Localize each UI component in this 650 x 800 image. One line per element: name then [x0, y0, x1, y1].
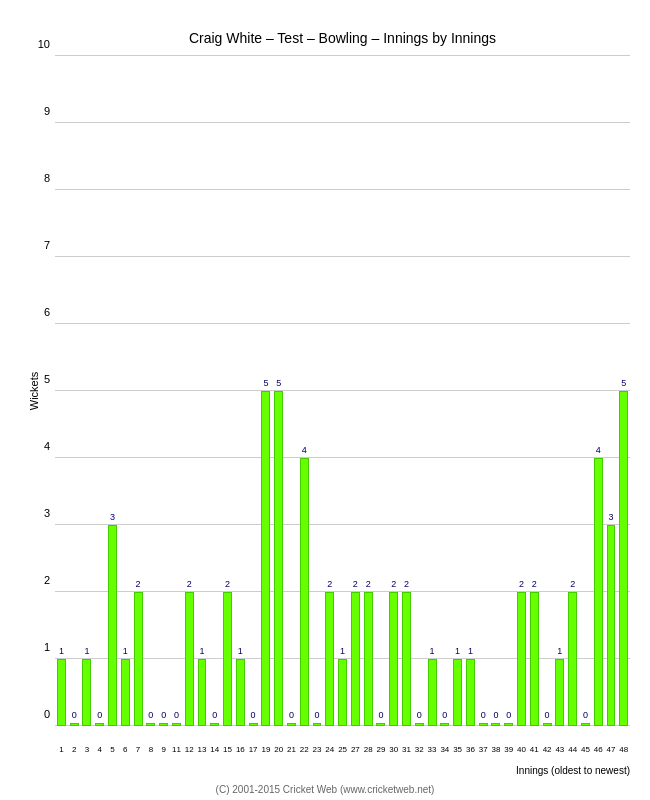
bar-value-label: 1: [430, 646, 435, 656]
bar: 1: [466, 659, 475, 726]
x-tick-label: 15: [223, 745, 232, 754]
bar: 0: [543, 723, 552, 726]
bar-value-label: 2: [136, 579, 141, 589]
x-tick-label: 13: [198, 745, 207, 754]
bars-wrapper: 1102130435162708090112121130142151160175…: [55, 56, 630, 726]
bar-group: 27: [132, 56, 145, 726]
bar: 2: [517, 592, 526, 726]
bar-value-label: 2: [532, 579, 537, 589]
bar-group: 347: [605, 56, 618, 726]
bar-value-label: 1: [557, 646, 562, 656]
x-tick-label: 14: [210, 745, 219, 754]
bar: 2: [530, 592, 539, 726]
bar: 2: [185, 592, 194, 726]
bar-group: 125: [336, 56, 349, 726]
bar: 0: [479, 723, 488, 726]
bar: 1: [428, 659, 437, 726]
bar: 0: [440, 723, 449, 726]
bar: 2: [351, 592, 360, 726]
bar: 0: [70, 723, 79, 726]
x-tick-label: 36: [466, 745, 475, 754]
bar-value-label: 0: [493, 710, 498, 720]
x-tick-label: 41: [530, 745, 539, 754]
bar: 0: [172, 723, 181, 726]
bar-group: 212: [183, 56, 196, 726]
bar-value-label: 3: [608, 512, 613, 522]
bar: 0: [504, 723, 513, 726]
bar: 2: [402, 592, 411, 726]
bar: 0: [210, 723, 219, 726]
bar-value-label: 1: [238, 646, 243, 656]
y-tick-label: 0: [44, 708, 50, 720]
bar: 1: [82, 659, 91, 726]
x-tick-label: 21: [287, 745, 296, 754]
bar-group: 113: [196, 56, 209, 726]
bar-group: 032: [413, 56, 426, 726]
x-tick-label: 31: [402, 745, 411, 754]
bar-value-label: 5: [621, 378, 626, 388]
bar: 1: [236, 659, 245, 726]
bar-group: 133: [426, 56, 439, 726]
bar-group: 017: [247, 56, 260, 726]
bar: 1: [338, 659, 347, 726]
bar: 0: [287, 723, 296, 726]
x-tick-label: 37: [479, 745, 488, 754]
bar-group: 13: [81, 56, 94, 726]
bar-value-label: 2: [391, 579, 396, 589]
x-tick-label: 46: [594, 745, 603, 754]
bar-group: 04: [93, 56, 106, 726]
bar-group: 11: [55, 56, 68, 726]
bar-value-label: 0: [148, 710, 153, 720]
bar-value-label: 0: [481, 710, 486, 720]
bar-group: 241: [528, 56, 541, 726]
bar-group: 045: [579, 56, 592, 726]
x-tick-label: 42: [543, 745, 552, 754]
bar-group: 244: [566, 56, 579, 726]
bar-group: 16: [119, 56, 132, 726]
bar-group: 240: [515, 56, 528, 726]
bar-value-label: 0: [289, 710, 294, 720]
bar: 1: [453, 659, 462, 726]
y-tick-label: 6: [44, 306, 50, 318]
copyright: (C) 2001-2015 Cricket Web (www.cricketwe…: [216, 784, 435, 795]
bar-value-label: 2: [187, 579, 192, 589]
x-tick-label: 35: [453, 745, 462, 754]
bar: 5: [274, 391, 283, 726]
bar-group: 021: [285, 56, 298, 726]
bar-value-label: 0: [72, 710, 77, 720]
x-axis-label: Innings (oldest to newest): [55, 765, 630, 776]
bar-group: 548: [617, 56, 630, 726]
bar: 2: [364, 592, 373, 726]
y-axis-label: Wickets: [28, 372, 40, 411]
x-tick-label: 6: [123, 745, 127, 754]
bar-group: 09: [157, 56, 170, 726]
bar-group: 014: [208, 56, 221, 726]
x-tick-label: 30: [389, 745, 398, 754]
x-tick-label: 39: [504, 745, 513, 754]
bar: 0: [491, 723, 500, 726]
bar-group: 011: [170, 56, 183, 726]
bar-group: 02: [68, 56, 81, 726]
bar-value-label: 1: [199, 646, 204, 656]
bar-value-label: 2: [570, 579, 575, 589]
x-tick-label: 7: [136, 745, 140, 754]
bar-value-label: 1: [59, 646, 64, 656]
bar: 0: [249, 723, 258, 726]
bar-group: 08: [144, 56, 157, 726]
chart-title: Craig White – Test – Bowling – Innings b…: [55, 30, 630, 46]
x-tick-label: 20: [274, 745, 283, 754]
bar: 2: [568, 592, 577, 726]
bar-value-label: 0: [583, 710, 588, 720]
bar-value-label: 5: [276, 378, 281, 388]
bar: 3: [108, 525, 117, 726]
bar: 5: [619, 391, 628, 726]
bar-value-label: 2: [353, 579, 358, 589]
x-tick-label: 24: [325, 745, 334, 754]
bar-group: 35: [106, 56, 119, 726]
bar: 0: [95, 723, 104, 726]
x-tick-label: 17: [249, 745, 258, 754]
bar: 1: [121, 659, 130, 726]
bar-value-label: 0: [315, 710, 320, 720]
y-tick-label: 2: [44, 574, 50, 586]
bar-value-label: 2: [366, 579, 371, 589]
